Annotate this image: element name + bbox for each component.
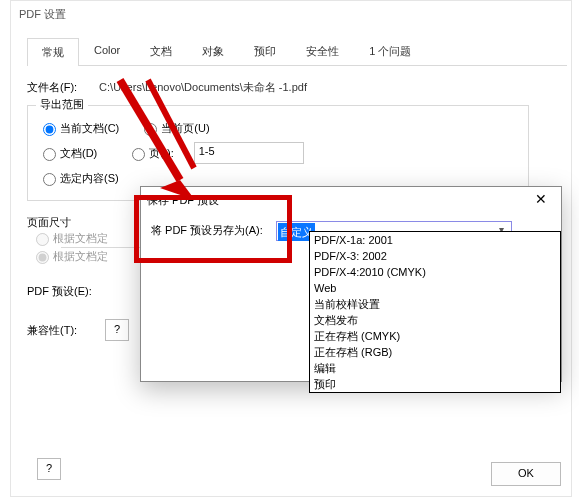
filename-value: C:\Users\Lenovo\Documents\未命名 -1.pdf <box>99 80 307 95</box>
tab-document[interactable]: 文档 <box>135 37 187 65</box>
filename-label: 文件名(F): <box>27 80 77 95</box>
pages-input[interactable]: 1-5 <box>194 142 304 164</box>
preset-option[interactable]: 编辑 <box>310 360 560 376</box>
radio-current-page[interactable]: 当前页(U) <box>139 120 209 136</box>
preset-option[interactable]: 预印 <box>310 376 560 392</box>
preset-option[interactable]: PDF/X-4:2010 (CMYK) <box>310 264 560 280</box>
ok-button[interactable]: OK <box>491 462 561 486</box>
tab-bar: 常规 Color 文档 对象 预印 安全性 1 个问题 <box>27 37 567 66</box>
preset-option[interactable]: 正在存档 (RGB) <box>310 344 560 360</box>
close-icon[interactable]: ✕ <box>527 191 555 209</box>
preset-option[interactable]: 文档发布 <box>310 312 560 328</box>
pdf-preset-label: PDF 预设(E): <box>27 284 92 299</box>
tab-security[interactable]: 安全性 <box>291 37 354 65</box>
tab-issues[interactable]: 1 个问题 <box>354 37 426 65</box>
export-range-legend: 导出范围 <box>36 97 88 112</box>
radio-pagesize-doc2[interactable]: 根据文档定 <box>31 248 108 264</box>
radio-selection[interactable]: 选定内容(S) <box>38 170 119 186</box>
annotation-box <box>134 195 292 263</box>
help-button[interactable]: ? <box>37 458 61 480</box>
radio-pages[interactable]: 页(I): <box>127 145 173 161</box>
radio-pagesize-doc[interactable]: 根据文档定 <box>31 230 108 246</box>
preset-option[interactable]: PDF/X-1a: 2001 <box>310 232 560 248</box>
tab-prepress[interactable]: 预印 <box>239 37 291 65</box>
tab-general[interactable]: 常规 <box>27 38 79 66</box>
preset-option[interactable]: 正在存档 (CMYK) <box>310 328 560 344</box>
tab-color[interactable]: Color <box>79 37 135 65</box>
compat-help-button[interactable]: ? <box>105 319 129 341</box>
preset-option[interactable]: PDF/X-3: 2002 <box>310 248 560 264</box>
preset-option[interactable]: Web <box>310 280 560 296</box>
radio-documents[interactable]: 文档(D) <box>38 145 97 161</box>
preset-option[interactable]: 当前校样设置 <box>310 296 560 312</box>
window-title: PDF 设置 <box>11 1 571 24</box>
radio-current-doc[interactable]: 当前文档(C) <box>38 120 119 136</box>
preset-dropdown: PDF/X-1a: 2001 PDF/X-3: 2002 PDF/X-4:201… <box>309 231 561 393</box>
tab-object[interactable]: 对象 <box>187 37 239 65</box>
compat-label: 兼容性(T): <box>27 323 77 338</box>
